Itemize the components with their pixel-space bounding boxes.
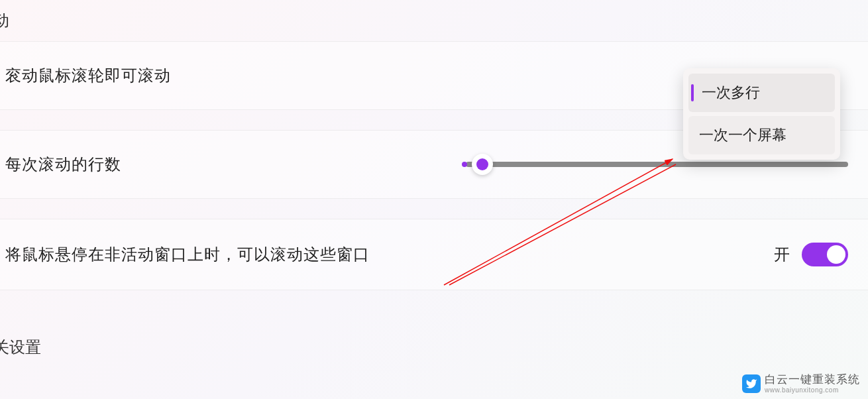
watermark: 白云一键重装系统 www.baiyunxitong.com xyxy=(742,374,860,394)
hover-scroll-toggle-group: 开 xyxy=(774,243,848,266)
related-settings-header: 关设置 xyxy=(0,310,868,358)
scroll-mode-label: 衮动鼠标滚轮即可滚动 xyxy=(5,65,171,86)
slider-track[interactable] xyxy=(466,162,848,167)
slider-thumb[interactable] xyxy=(472,154,493,175)
watermark-text: 白云一键重装系统 www.baiyunxitong.com xyxy=(765,374,860,394)
lines-per-scroll-label: 每次滚动的行数 xyxy=(5,154,121,175)
dropdown-option-onescreen[interactable]: 一次一个屏幕 xyxy=(688,116,835,154)
toggle-state-label: 开 xyxy=(774,244,790,265)
scroll-mode-dropdown: 一次多行 一次一个屏幕 xyxy=(683,68,840,160)
lines-slider[interactable] xyxy=(466,162,848,167)
hover-scroll-label: 将鼠标悬停在非活动窗口上时，可以滚动这些窗口 xyxy=(5,244,370,265)
hover-scroll-row: 将鼠标悬停在非活动窗口上时，可以滚动这些窗口 开 xyxy=(0,219,868,290)
section-header: 动 xyxy=(0,0,868,41)
dropdown-option-multiline[interactable]: 一次多行 xyxy=(688,74,835,112)
watermark-logo-icon xyxy=(742,374,761,393)
hover-scroll-toggle[interactable] xyxy=(802,243,848,266)
watermark-url: www.baiyunxitong.com xyxy=(765,386,860,394)
toggle-knob xyxy=(827,245,845,264)
watermark-main-text: 白云一键重装系统 xyxy=(765,374,860,386)
